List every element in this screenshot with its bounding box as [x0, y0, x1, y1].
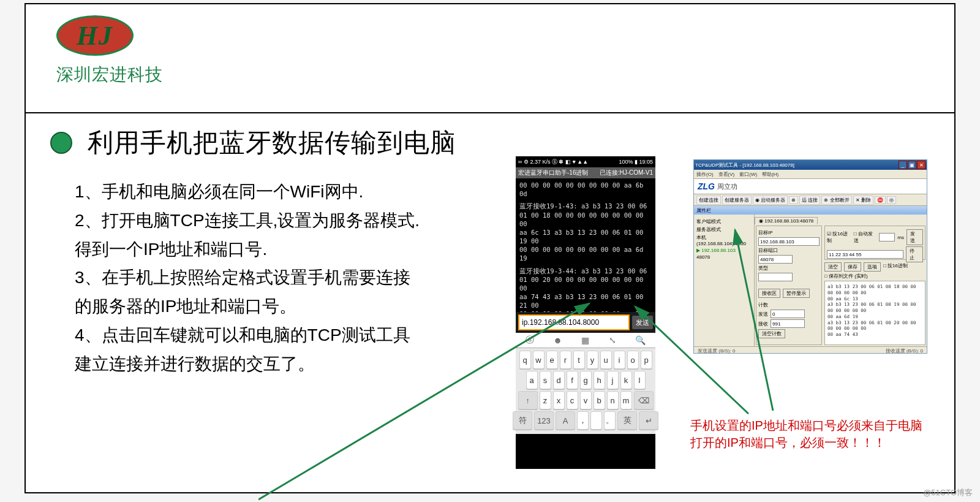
toolbar-button[interactable]: ⊗ 全部断开: [821, 196, 851, 205]
save-file-cb[interactable]: □ 保存到文件 (实时): [824, 273, 868, 279]
opt-btn[interactable]: 选项: [864, 262, 881, 272]
key-g[interactable]: g: [580, 371, 592, 389]
key-m[interactable]: m: [620, 391, 632, 409]
hex-send-cb[interactable]: ☑ 按16进制: [827, 230, 851, 244]
key-符[interactable]: 符: [513, 411, 532, 430]
key-t[interactable]: t: [573, 351, 585, 369]
rx-line: a3 b3 13 23 00 06 01 00 20 00 00 00 00 0…: [827, 320, 922, 332]
clear-count-btn[interactable]: 清空计数: [758, 329, 785, 338]
pc-statusbar: 发送速度 (B/S): 0 接收速度 (B/S): 0: [694, 346, 927, 355]
toolbar-button[interactable]: ⛔: [875, 196, 886, 204]
tree-item[interactable]: 48078: [696, 254, 752, 260]
tree-item[interactable]: 本机 (192.168.88.104):8000: [696, 234, 752, 246]
move-icon[interactable]: ⤡: [609, 335, 616, 345]
interval-input[interactable]: [879, 233, 895, 241]
key-英[interactable]: 英: [617, 411, 637, 430]
send-btn-pc[interactable]: 发送: [907, 229, 923, 245]
zlg-logo-icon: ZLG: [698, 181, 715, 191]
key-o[interactable]: o: [627, 351, 639, 369]
key-u[interactable]: u: [600, 351, 612, 369]
key-h[interactable]: h: [594, 371, 605, 389]
key-A[interactable]: A: [556, 411, 575, 430]
key-j[interactable]: j: [607, 371, 619, 389]
app-titlebar: 宏进蓝牙串口助手-16进制 已连接:HJ-COM-V1: [516, 167, 655, 178]
pause-btn[interactable]: 暂停显示: [783, 289, 810, 298]
ip-input-row: ip.192.168.88.104.8000 发送: [516, 312, 655, 333]
toolbar-button[interactable]: ◎: [887, 196, 896, 204]
key-y[interactable]: y: [587, 351, 598, 369]
key-space[interactable]: [590, 411, 602, 430]
hex-cb2[interactable]: □ 按16进制: [883, 262, 908, 272]
key-q[interactable]: q: [519, 351, 531, 369]
log-line: 蓝牙接收19-1-43: a3 b3 13 23 00 06: [519, 202, 652, 210]
menu-item[interactable]: 窗口(W): [739, 171, 757, 178]
key-k[interactable]: k: [620, 371, 632, 389]
key-v[interactable]: v: [580, 391, 592, 409]
rx-line: 00 aa 6c 13: [827, 296, 922, 302]
key-f[interactable]: f: [567, 371, 578, 389]
key-，[interactable]: ，: [577, 411, 589, 430]
pc-toolbar: 创建连接创建服务器◉ 启动服务器⊗远 连接⊗ 全部断开✕ 删除⛔◎: [694, 194, 927, 206]
toolbar-button[interactable]: 创建连接: [696, 196, 721, 205]
title-row: 利用手机把蓝牙数据传输到电脑: [50, 126, 924, 160]
key-x[interactable]: x: [553, 391, 565, 409]
instr-1: 1、手机和电脑必须在同一个WiFi网中.: [75, 178, 522, 206]
toolbar-button[interactable]: ⊗: [789, 196, 798, 204]
send-data-input[interactable]: 11 22 33 44 55: [827, 250, 903, 259]
toolbar-button[interactable]: 创建服务器: [722, 196, 752, 205]
menu-item[interactable]: 查看(V): [718, 171, 735, 178]
recv-area-btn[interactable]: 接收区: [758, 289, 780, 298]
key-d[interactable]: d: [553, 371, 565, 389]
key-⌫[interactable]: ⌫: [634, 391, 654, 409]
tx-label: 发送: [758, 311, 768, 318]
rx-speed: 接收速度 (B/S): 0: [886, 348, 923, 354]
toolbar-button[interactable]: ◉ 启动服务器: [753, 196, 788, 205]
key-a[interactable]: a: [526, 371, 538, 389]
dest-port-input[interactable]: 48078: [758, 255, 793, 264]
menu-item[interactable]: 操作(O): [696, 171, 714, 178]
menu-item[interactable]: 帮助(H): [762, 171, 778, 178]
rx-line: 00 aa 74 43: [827, 332, 922, 338]
type-input[interactable]: [758, 273, 793, 281]
minimize-icon[interactable]: _: [899, 161, 907, 169]
hj-logo: HJ: [56, 15, 134, 56]
ip-input[interactable]: ip.192.168.88.104.8000: [518, 314, 630, 330]
brand-row: ZLG 周立功: [694, 179, 927, 194]
tree-item[interactable]: ▶ 192.168.88.103: [696, 248, 752, 253]
key-c[interactable]: c: [567, 391, 578, 409]
send-button[interactable]: 发送: [632, 316, 653, 329]
search-icon[interactable]: 🔍: [635, 335, 646, 345]
key-b[interactable]: b: [594, 391, 605, 409]
key-s[interactable]: s: [540, 371, 551, 389]
toolbar-button[interactable]: 远 连接: [799, 196, 820, 205]
close-icon[interactable]: ✕: [917, 161, 925, 169]
stop-btn-pc[interactable]: 停止: [906, 246, 923, 262]
ime-icon[interactable]: ⓢ: [526, 335, 534, 346]
key-n[interactable]: n: [607, 391, 619, 409]
maximize-icon[interactable]: ▣: [908, 161, 916, 169]
dest-ip-input[interactable]: 192.168.88.103: [758, 237, 820, 246]
toolbar-button[interactable]: ✕ 删除: [853, 196, 873, 205]
footnote: 手机设置的IP地址和端口号必须来自于电脑 打开的IP和端口号，必须一致！！！: [690, 417, 935, 451]
key-↑[interactable]: ↑: [518, 391, 538, 409]
log-line: 01 00 18 00 00 00 00 00 00 00 00 00: [519, 211, 652, 228]
auto-send-cb[interactable]: □ 自动发送: [854, 230, 876, 244]
key-r[interactable]: r: [560, 351, 571, 369]
save-btn[interactable]: 保存: [844, 262, 861, 272]
key-123[interactable]: 123: [534, 411, 554, 430]
key-。[interactable]: 。: [604, 411, 616, 430]
tree-item[interactable]: 服务器模式: [696, 226, 752, 233]
tree-item[interactable]: 客户端模式: [696, 218, 752, 225]
key-p[interactable]: p: [641, 351, 652, 369]
conn-tab[interactable]: ◉ 192.168.88.103:48078: [755, 217, 818, 224]
grid-icon[interactable]: ▦: [581, 335, 589, 345]
key-l[interactable]: l: [634, 371, 646, 389]
clear-btn2[interactable]: 清空: [824, 262, 842, 272]
log-line: 00 00 00 00 00 00 00 00 00 aa 6b 0d: [519, 181, 652, 198]
key-z[interactable]: z: [540, 391, 551, 409]
key-i[interactable]: i: [614, 351, 625, 369]
emoji-icon[interactable]: ☻: [553, 335, 562, 345]
key-e[interactable]: e: [546, 351, 558, 369]
key-↵[interactable]: ↵: [639, 411, 658, 430]
key-w[interactable]: w: [533, 351, 545, 369]
